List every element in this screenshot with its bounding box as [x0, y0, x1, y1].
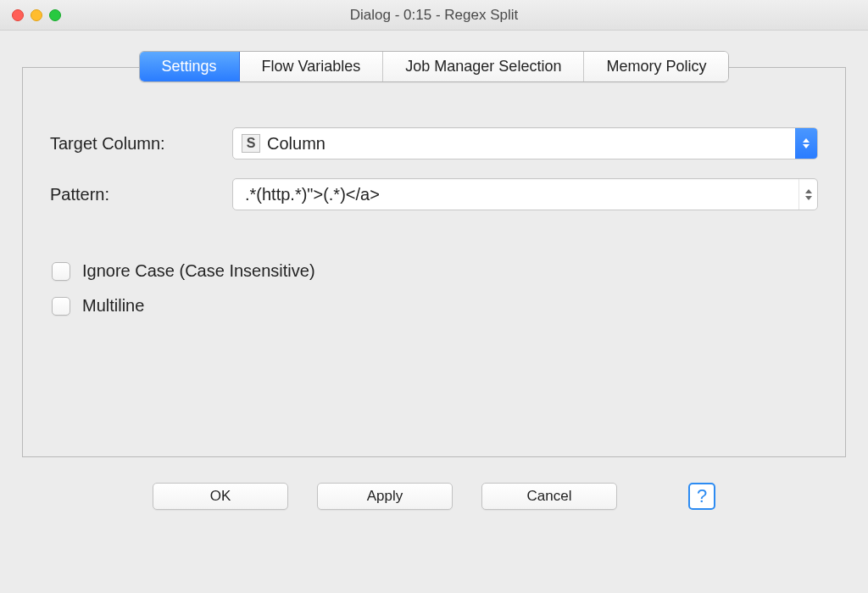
zoom-window-button[interactable]	[49, 9, 61, 21]
chevron-down-icon	[803, 144, 810, 148]
titlebar: Dialog - 0:15 - Regex Split	[0, 0, 868, 31]
ignore-case-checkbox[interactable]	[52, 262, 70, 281]
chevron-up-icon	[803, 138, 810, 143]
pattern-label: Pattern:	[50, 185, 232, 204]
target-column-select[interactable]: S Column	[232, 127, 818, 159]
minimize-window-button[interactable]	[31, 9, 42, 21]
tab-settings[interactable]: Settings	[140, 52, 240, 81]
target-column-label: Target Column:	[50, 134, 232, 154]
tab-memory-policy[interactable]: Memory Policy	[584, 52, 728, 81]
tab-flow-variables[interactable]: Flow Variables	[240, 52, 384, 81]
close-window-button[interactable]	[12, 9, 24, 21]
content-area: Settings Flow Variables Job Manager Sele…	[0, 31, 868, 510]
chevron-down-icon	[805, 196, 812, 200]
multiline-row: Multiline	[52, 296, 818, 316]
tab-row: Settings Flow Variables Job Manager Sele…	[22, 51, 846, 82]
string-type-icon: S	[242, 134, 260, 153]
ignore-case-row: Ignore Case (Case Insensitive)	[52, 261, 818, 281]
pattern-row: Pattern: .*(http.*)">(.*)</a>	[50, 178, 818, 210]
checkbox-group: Ignore Case (Case Insensitive) Multiline	[50, 261, 818, 316]
combo-stepper-icon[interactable]	[798, 179, 817, 210]
settings-panel: Target Column: S Column Pattern: .*(http…	[22, 67, 846, 457]
button-row: OK Apply Cancel ?	[22, 457, 846, 510]
pattern-combobox[interactable]: .*(http.*)">(.*)</a>	[232, 178, 818, 210]
pattern-value[interactable]: .*(http.*)">(.*)</a>	[245, 185, 798, 204]
select-stepper-icon[interactable]	[795, 128, 817, 159]
window-title: Dialog - 0:15 - Regex Split	[0, 7, 868, 24]
apply-button[interactable]: Apply	[317, 483, 453, 510]
ok-button[interactable]: OK	[153, 483, 288, 510]
target-column-value: Column	[267, 134, 795, 154]
multiline-label: Multiline	[82, 296, 144, 316]
chevron-up-icon	[805, 189, 812, 193]
multiline-checkbox[interactable]	[52, 297, 70, 316]
help-button[interactable]: ?	[688, 483, 715, 510]
ignore-case-label: Ignore Case (Case Insensitive)	[82, 261, 315, 281]
traffic-lights	[0, 9, 61, 21]
tab-job-manager-selection[interactable]: Job Manager Selection	[383, 52, 584, 81]
cancel-button[interactable]: Cancel	[481, 483, 617, 510]
target-column-row: Target Column: S Column	[50, 127, 818, 159]
help-icon: ?	[697, 485, 707, 507]
tab-group: Settings Flow Variables Job Manager Sele…	[139, 51, 730, 82]
